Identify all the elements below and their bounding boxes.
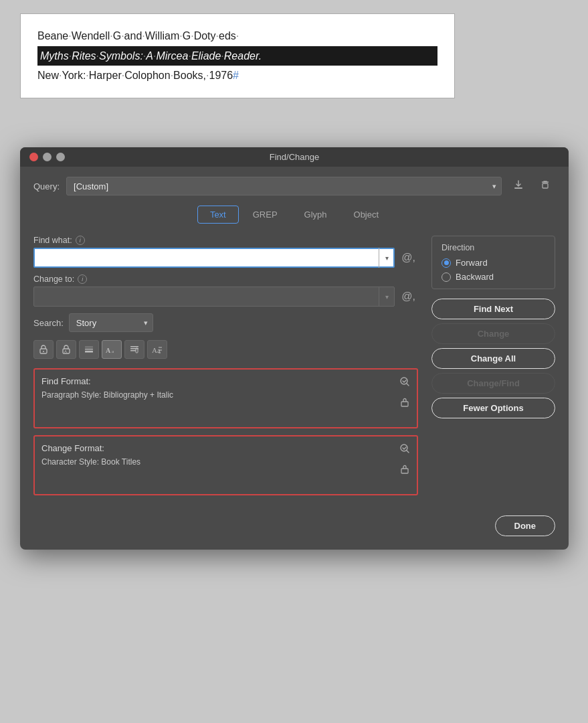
query-select-wrapper: [Custom] ▾: [66, 177, 502, 195]
svg-point-3: [43, 351, 44, 352]
change-to-row: Change to: i ▾ @,: [33, 274, 418, 307]
find-what-dropdown-button[interactable]: ▾: [379, 248, 395, 268]
svg-text:a: a: [112, 349, 114, 354]
download-icon: [512, 179, 524, 191]
change-to-input-row: ▾ @,: [33, 287, 418, 307]
svg-point-16: [401, 378, 407, 384]
tab-text[interactable]: Text: [197, 206, 239, 224]
traffic-lights: [29, 153, 65, 161]
change-all-button[interactable]: Change All: [431, 348, 555, 369]
layers-icon[interactable]: [79, 340, 99, 359]
maximize-button[interactable]: [56, 153, 65, 161]
tab-glyph[interactable]: Glyph: [292, 206, 340, 224]
svg-rect-13: [130, 350, 136, 351]
change-to-info-icon[interactable]: i: [78, 274, 87, 284]
change-find-button: Change/Find: [431, 373, 555, 394]
title-bar: Find/Change: [20, 147, 569, 167]
search-label: Search:: [33, 318, 64, 328]
direction-title: Direction: [442, 243, 545, 252]
icon-toolbar: A A a: [33, 340, 418, 359]
backward-radio[interactable]: [442, 272, 451, 282]
svg-text:A: A: [106, 347, 111, 354]
find-format-icons: [398, 375, 411, 411]
close-button[interactable]: [29, 153, 38, 161]
find-what-at-button[interactable]: @,: [399, 252, 418, 264]
svg-text:A: A: [64, 349, 67, 353]
trash-icon: [539, 179, 551, 191]
delete-query-button[interactable]: [535, 176, 555, 196]
aa-icon[interactable]: A a: [102, 340, 122, 359]
paragraph-icon[interactable]: [124, 340, 144, 359]
change-format-value: Character Style: Book Titles: [41, 457, 410, 467]
query-select[interactable]: [Custom]: [66, 177, 502, 195]
find-format-search-button[interactable]: [398, 375, 411, 390]
svg-rect-19: [401, 469, 408, 473]
find-change-dialog: Find/Change Query: [Custom] ▾: [20, 147, 569, 550]
dialog-content: Query: [Custom] ▾ Te: [20, 167, 569, 550]
svg-rect-6: [85, 351, 93, 353]
change-button: Change: [431, 323, 555, 344]
doc-line-1: Beane·Wendell·G·and·William·G·Doty·eds·: [37, 27, 437, 45]
minimize-button[interactable]: [43, 153, 52, 161]
find-format-clear-button[interactable]: [398, 396, 411, 411]
find-what-info-icon[interactable]: i: [76, 236, 85, 245]
svg-rect-17: [401, 402, 408, 406]
search-row: Search: Story Document All Documents ▾: [33, 313, 418, 332]
forward-label: Forward: [456, 258, 488, 268]
change-format-search-button[interactable]: [398, 442, 411, 457]
left-panel: Find what: i ▾ @, Change to:: [33, 236, 418, 502]
find-what-row: Find what: i ▾ @,: [33, 236, 418, 268]
change-format-clear-button[interactable]: [398, 463, 411, 478]
text-format-icon[interactable]: Aa: [147, 340, 167, 359]
doc-line-2: Myths·Rites·Symbols:·A·Mircea·Eliade·Rea…: [37, 46, 437, 66]
lock-icon[interactable]: [33, 340, 54, 359]
backward-label: Backward: [456, 272, 494, 282]
find-format-section: Find Format: Paragraph Style: Bibliograp…: [33, 368, 418, 428]
svg-rect-11: [130, 346, 138, 347]
change-to-input[interactable]: [33, 287, 395, 307]
svg-rect-7: [85, 349, 93, 351]
find-what-label: Find what: i: [33, 236, 418, 245]
change-format-header: Change Format:: [41, 443, 410, 453]
query-label: Query:: [33, 181, 60, 191]
query-row: Query: [Custom] ▾: [33, 176, 555, 196]
tab-object[interactable]: Object: [341, 206, 392, 224]
change-format-section: Change Format: Character Style: Book Tit…: [33, 435, 418, 495]
search-select[interactable]: Story Document All Documents: [69, 313, 153, 332]
svg-point-18: [401, 445, 407, 451]
right-panel: Direction Forward Backward Find Next Cha…: [431, 236, 555, 502]
lock-a-icon[interactable]: A: [56, 340, 76, 359]
find-format-header: Find Format:: [41, 376, 410, 386]
find-next-button[interactable]: Find Next: [431, 299, 555, 319]
dialog-title: Find/Change: [270, 152, 319, 162]
change-to-dropdown-button[interactable]: ▾: [379, 287, 395, 307]
change-format-icons: [398, 442, 411, 478]
find-what-input[interactable]: [33, 248, 395, 268]
tabs-row: Text GREP Glyph Object: [33, 206, 555, 224]
direction-group: Direction Forward Backward: [431, 236, 555, 289]
document-area: Beane·Wendell·G·and·William·G·Doty·eds· …: [20, 13, 455, 98]
change-to-at-button[interactable]: @,: [399, 291, 418, 303]
done-button[interactable]: Done: [495, 515, 556, 536]
forward-radio[interactable]: [442, 258, 451, 268]
forward-radio-row[interactable]: Forward: [442, 258, 545, 268]
change-to-label: Change to: i: [33, 274, 418, 284]
svg-rect-0: [514, 187, 522, 189]
change-to-input-wrapper: ▾: [33, 287, 395, 307]
search-select-wrapper: Story Document All Documents ▾: [69, 313, 153, 332]
fewer-options-button[interactable]: Fewer Options: [431, 398, 555, 418]
tab-grep[interactable]: GREP: [240, 206, 290, 224]
find-what-input-wrapper: ▾: [33, 248, 395, 268]
svg-rect-1: [543, 183, 548, 188]
done-row: Done: [33, 513, 555, 536]
find-what-input-row: ▾ @,: [33, 248, 418, 268]
save-query-button[interactable]: [508, 176, 528, 196]
backward-radio-row[interactable]: Backward: [442, 272, 545, 282]
main-area: Find what: i ▾ @, Change to:: [33, 236, 555, 502]
find-format-value: Paragraph Style: Bibliography + Italic: [41, 390, 410, 400]
doc-line-3: New·York:·Harper·Colophon·Books,·1976#: [37, 67, 437, 84]
svg-rect-8: [85, 346, 93, 348]
